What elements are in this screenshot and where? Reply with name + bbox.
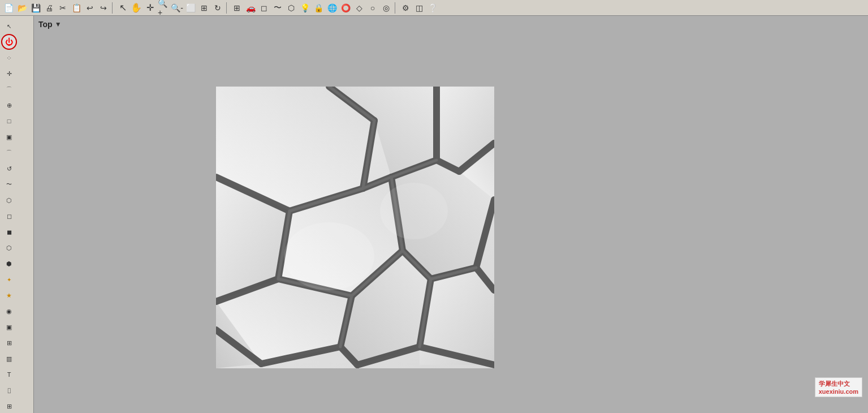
tool-globe[interactable]: ⊕ bbox=[1, 97, 17, 113]
tool-power[interactable]: ⏻ bbox=[1, 34, 17, 50]
tool-rotate[interactable]: ↺ bbox=[1, 161, 17, 177]
viewport-header: Top ▼ bbox=[34, 16, 868, 33]
left-sidebar: ↖ ⏻ ·:· ✛ ⌒ ⊕ □ ▣ ⌒ ↺ 〜 ⬡ ◻ ◼ ⬡ ⬢ ✦ ★ ◉ … bbox=[0, 16, 34, 413]
separator1 bbox=[112, 2, 114, 14]
viewport-dropdown-icon[interactable]: ▼ bbox=[55, 20, 62, 28]
zoom-extent-icon[interactable]: ⊞ bbox=[198, 2, 210, 14]
tool-star[interactable]: ★ bbox=[1, 287, 17, 303]
tool-edit2[interactable]: ▥ bbox=[1, 351, 17, 367]
tool-mesh2[interactable]: ⬢ bbox=[1, 256, 17, 272]
sphere-icon[interactable]: ○ bbox=[366, 2, 379, 14]
separator3 bbox=[395, 2, 397, 14]
cross-icon[interactable]: ✛ bbox=[144, 2, 156, 14]
viewport: Top ▼ bbox=[34, 16, 868, 413]
tool-intersect[interactable]: ◉ bbox=[1, 303, 17, 319]
lock-icon[interactable]: 🔒 bbox=[312, 2, 325, 14]
help-icon[interactable]: ❔ bbox=[426, 2, 439, 14]
cut-icon[interactable]: ✂ bbox=[57, 2, 69, 14]
car-icon[interactable]: 🚗 bbox=[244, 2, 257, 14]
redo-icon[interactable]: ↪ bbox=[97, 2, 110, 14]
tool-transform[interactable]: ✛ bbox=[1, 66, 17, 81]
snap-icon[interactable]: ◫ bbox=[413, 2, 425, 14]
svg-point-51 bbox=[380, 183, 448, 239]
grid-icon[interactable]: ⊞ bbox=[231, 2, 243, 14]
circle-icon[interactable]: ⭕ bbox=[339, 2, 352, 14]
tool-box[interactable]: ▣ bbox=[1, 129, 17, 145]
tool-array[interactable]: ⊞ bbox=[1, 398, 17, 413]
tool-edit1[interactable]: ⊞ bbox=[1, 335, 17, 351]
orbit-icon[interactable]: ↻ bbox=[211, 2, 224, 14]
save-icon[interactable]: 💾 bbox=[29, 2, 42, 14]
tool-arc[interactable]: ⌒ bbox=[1, 145, 17, 161]
watermark-line2: xuexiniu.com bbox=[819, 388, 858, 395]
tool-solid2[interactable]: ◼ bbox=[1, 224, 17, 240]
diamond-icon[interactable]: ◇ bbox=[353, 2, 365, 14]
mesh-icon[interactable]: ⬡ bbox=[285, 2, 297, 14]
tool-select[interactable]: ↖ bbox=[1, 18, 17, 34]
tool-dim[interactable]: ⌷ bbox=[1, 382, 17, 398]
copy-icon[interactable]: 📋 bbox=[70, 2, 83, 14]
tool-mesh1[interactable]: ⬡ bbox=[1, 240, 17, 256]
print-icon[interactable]: 🖨 bbox=[43, 2, 55, 14]
tool-curve1[interactable]: ⌒ bbox=[1, 81, 17, 97]
surface-icon[interactable]: ◻ bbox=[258, 2, 270, 14]
open-icon[interactable]: 📂 bbox=[16, 2, 28, 14]
zoom-out-icon[interactable]: 🔍- bbox=[171, 2, 183, 14]
tool-solid1[interactable]: ◻ bbox=[1, 208, 17, 224]
new-icon[interactable]: 📄 bbox=[2, 2, 15, 14]
watermark: 学犀生中文 xuexiniu.com bbox=[815, 377, 862, 397]
top-toolbar: 📄 📂 💾 🖨 ✂ 📋 ↩ ↪ ↖ ✋ ✛ 🔍+ 🔍- ⬜ ⊞ ↻ ⊞ 🚗 ◻ … bbox=[0, 0, 868, 16]
tool-rect[interactable]: □ bbox=[1, 113, 17, 129]
watermark-line1: 学犀生 bbox=[819, 380, 837, 387]
tool-boolean[interactable]: ▣ bbox=[1, 319, 17, 335]
light-icon[interactable]: 💡 bbox=[299, 2, 311, 14]
zoom-in-icon[interactable]: 🔍+ bbox=[157, 2, 170, 14]
globe-icon[interactable]: 🌐 bbox=[326, 2, 338, 14]
canvas-area[interactable] bbox=[34, 33, 868, 413]
separator2 bbox=[226, 2, 228, 14]
torus-icon[interactable]: ◎ bbox=[380, 2, 392, 14]
tool-explode[interactable]: ✦ bbox=[1, 272, 17, 287]
svg-point-50 bbox=[284, 222, 374, 290]
tool-extrude[interactable]: ⬡ bbox=[1, 192, 17, 208]
tool-points[interactable]: ·:· bbox=[1, 50, 17, 66]
curve-icon[interactable]: 〜 bbox=[271, 2, 284, 14]
undo-icon[interactable]: ↩ bbox=[84, 2, 96, 14]
pan-icon[interactable]: ✋ bbox=[130, 2, 142, 14]
render-container bbox=[216, 87, 494, 368]
zoom-window-icon[interactable]: ⬜ bbox=[184, 2, 197, 14]
tool-freeform[interactable]: 〜 bbox=[1, 177, 17, 192]
select-icon[interactable]: ↖ bbox=[116, 2, 129, 14]
tool-text[interactable]: T bbox=[1, 367, 17, 382]
render-svg bbox=[216, 87, 494, 368]
viewport-title: Top bbox=[38, 20, 53, 29]
settings-icon[interactable]: ⚙ bbox=[399, 2, 412, 14]
